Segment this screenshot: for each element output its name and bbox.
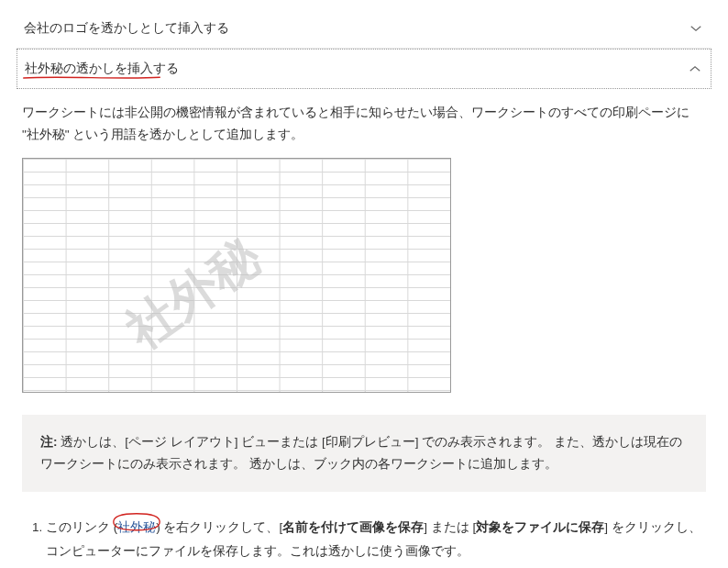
step-bold: 名前を付けて画像を保存 [282, 520, 424, 534]
note-text: 透かしは、[ページ レイアウト] ビューまたは [印刷プレビュー] でのみ表示さ… [40, 435, 682, 471]
link-text: 社外秘 [117, 520, 156, 534]
steps-list: このリンク (社外秘) を右クリックして、[名前を付けて画像を保存] または [… [22, 516, 706, 562]
note-label: 注: [40, 435, 61, 449]
step-1: このリンク (社外秘) を右クリックして、[名前を付けて画像を保存] または [… [46, 516, 706, 562]
step-part: このリンク ( [46, 520, 117, 534]
watermark-text: 社外秘 [114, 224, 274, 364]
accordion-confidential-watermark[interactable]: 社外秘の透かしを挿入する [17, 49, 711, 89]
worksheet-watermark-preview: 社外秘 [22, 158, 451, 393]
chevron-down-icon [688, 20, 704, 37]
chevron-up-icon [687, 61, 703, 77]
note-box: 注: 透かしは、[ページ レイアウト] ビューまたは [印刷プレビュー] でのみ… [22, 415, 706, 493]
step-part: ) を右クリックして、[ [156, 520, 282, 534]
accordion-title: 会社のロゴを透かしとして挿入する [24, 20, 229, 37]
intro-paragraph: ワークシートには非公開の機密情報が含まれていると相手に知らせたい場合、ワークシー… [22, 102, 706, 147]
accordion-title: 社外秘の透かしを挿入する [25, 61, 179, 77]
step-bold: 対象をファイルに保存 [476, 520, 604, 534]
confidential-link[interactable]: 社外秘 [117, 516, 156, 540]
accordion-title-text: 社外秘の透かしを挿入する [25, 61, 179, 75]
annotation-underline [23, 75, 160, 81]
accordion-logo-watermark[interactable]: 会社のロゴを透かしとして挿入する [17, 9, 711, 48]
step-part: ] または [ [424, 520, 476, 534]
